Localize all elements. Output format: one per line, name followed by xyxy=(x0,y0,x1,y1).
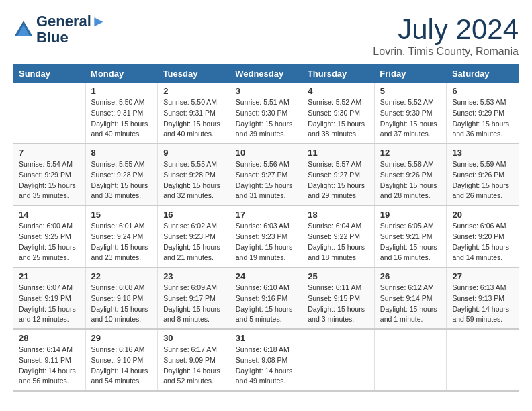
calendar-cell: 31Sunrise: 6:18 AMSunset: 9:08 PMDayligh… xyxy=(230,329,302,391)
calendar-cell: 25Sunrise: 6:11 AMSunset: 9:15 PMDayligh… xyxy=(302,267,375,329)
day-number: 20 xyxy=(452,210,513,220)
day-number: 31 xyxy=(236,333,297,343)
calendar-cell: 3Sunrise: 5:51 AMSunset: 9:30 PMDaylight… xyxy=(230,83,302,144)
day-number: 13 xyxy=(452,148,513,158)
day-number: 15 xyxy=(91,210,152,220)
weekday-header-saturday: Saturday xyxy=(447,64,519,83)
weekday-header-sunday: Sunday xyxy=(13,64,85,83)
calendar-cell: 12Sunrise: 5:58 AMSunset: 9:26 PMDayligh… xyxy=(374,144,447,205)
calendar-cell: 18Sunrise: 6:04 AMSunset: 9:22 PMDayligh… xyxy=(302,205,375,267)
calendar-cell xyxy=(447,329,519,391)
calendar-cell: 24Sunrise: 6:10 AMSunset: 9:16 PMDayligh… xyxy=(230,267,302,329)
day-info: Sunrise: 6:04 AMSunset: 9:22 PMDaylight:… xyxy=(308,221,369,263)
calendar-cell: 28Sunrise: 6:14 AMSunset: 9:11 PMDayligh… xyxy=(13,329,85,391)
day-info: Sunrise: 5:59 AMSunset: 9:26 PMDaylight:… xyxy=(452,159,513,201)
calendar-cell: 30Sunrise: 6:17 AMSunset: 9:09 PMDayligh… xyxy=(158,329,230,391)
weekday-header-thursday: Thursday xyxy=(302,64,375,83)
calendar-cell: 6Sunrise: 5:53 AMSunset: 9:29 PMDaylight… xyxy=(447,83,519,144)
day-info: Sunrise: 6:13 AMSunset: 9:13 PMDaylight:… xyxy=(452,283,513,325)
day-number: 5 xyxy=(380,86,441,96)
day-number: 9 xyxy=(163,148,224,158)
day-info: Sunrise: 6:08 AMSunset: 9:18 PMDaylight:… xyxy=(91,283,152,325)
day-number: 16 xyxy=(163,210,224,220)
day-info: Sunrise: 6:10 AMSunset: 9:16 PMDaylight:… xyxy=(236,283,297,325)
calendar-cell: 26Sunrise: 6:12 AMSunset: 9:14 PMDayligh… xyxy=(374,267,447,329)
day-info: Sunrise: 5:51 AMSunset: 9:30 PMDaylight:… xyxy=(236,97,297,140)
day-number: 25 xyxy=(308,271,369,281)
calendar-cell: 14Sunrise: 6:00 AMSunset: 9:25 PMDayligh… xyxy=(13,205,85,267)
day-info: Sunrise: 5:53 AMSunset: 9:29 PMDaylight:… xyxy=(452,97,513,140)
calendar-table: SundayMondayTuesdayWednesdayThursdayFrid… xyxy=(13,64,519,392)
calendar-week-row: 7Sunrise: 5:54 AMSunset: 9:29 PMDaylight… xyxy=(13,144,519,205)
logo-text: General► Blue xyxy=(36,13,106,46)
day-info: Sunrise: 5:54 AMSunset: 9:29 PMDaylight:… xyxy=(19,159,80,201)
calendar-cell: 11Sunrise: 5:57 AMSunset: 9:27 PMDayligh… xyxy=(302,144,375,205)
day-info: Sunrise: 5:52 AMSunset: 9:30 PMDaylight:… xyxy=(380,97,441,140)
day-number: 17 xyxy=(236,210,297,220)
day-info: Sunrise: 5:56 AMSunset: 9:27 PMDaylight:… xyxy=(236,159,297,201)
calendar-week-row: 28Sunrise: 6:14 AMSunset: 9:11 PMDayligh… xyxy=(13,329,519,391)
calendar-cell: 4Sunrise: 5:52 AMSunset: 9:30 PMDaylight… xyxy=(302,83,375,144)
logo: General► Blue xyxy=(13,13,106,46)
calendar-cell: 15Sunrise: 6:01 AMSunset: 9:24 PMDayligh… xyxy=(85,205,158,267)
day-number: 30 xyxy=(163,333,224,343)
calendar-cell: 17Sunrise: 6:03 AMSunset: 9:23 PMDayligh… xyxy=(230,205,302,267)
calendar-cell: 20Sunrise: 6:06 AMSunset: 9:20 PMDayligh… xyxy=(447,205,519,267)
day-number: 29 xyxy=(91,333,152,343)
day-info: Sunrise: 6:03 AMSunset: 9:23 PMDaylight:… xyxy=(236,221,297,263)
location: Lovrin, Timis County, Romania xyxy=(373,46,519,58)
calendar-cell: 21Sunrise: 6:07 AMSunset: 9:19 PMDayligh… xyxy=(13,267,85,329)
day-info: Sunrise: 6:14 AMSunset: 9:11 PMDaylight:… xyxy=(19,345,80,387)
day-number: 14 xyxy=(19,210,80,220)
weekday-header-tuesday: Tuesday xyxy=(158,64,230,83)
day-number: 3 xyxy=(236,86,297,96)
day-number: 8 xyxy=(91,148,152,158)
day-number: 1 xyxy=(91,86,152,96)
calendar-cell: 23Sunrise: 6:09 AMSunset: 9:17 PMDayligh… xyxy=(158,267,230,329)
day-info: Sunrise: 5:50 AMSunset: 9:31 PMDaylight:… xyxy=(91,97,152,140)
calendar-cell: 22Sunrise: 6:08 AMSunset: 9:18 PMDayligh… xyxy=(85,267,158,329)
calendar-week-row: 14Sunrise: 6:00 AMSunset: 9:25 PMDayligh… xyxy=(13,205,519,267)
day-number: 26 xyxy=(380,271,441,281)
calendar-week-row: 21Sunrise: 6:07 AMSunset: 9:19 PMDayligh… xyxy=(13,267,519,329)
weekday-header-friday: Friday xyxy=(374,64,447,83)
calendar-cell xyxy=(374,329,447,391)
day-number: 2 xyxy=(163,86,224,96)
calendar-cell: 9Sunrise: 5:55 AMSunset: 9:28 PMDaylight… xyxy=(158,144,230,205)
day-info: Sunrise: 6:00 AMSunset: 9:25 PMDaylight:… xyxy=(19,221,80,263)
day-info: Sunrise: 6:12 AMSunset: 9:14 PMDaylight:… xyxy=(380,283,441,325)
day-number: 6 xyxy=(452,86,513,96)
day-number: 27 xyxy=(452,271,513,281)
page-header: General► Blue July 2024 Lovrin, Timis Co… xyxy=(13,13,519,58)
day-info: Sunrise: 5:55 AMSunset: 9:28 PMDaylight:… xyxy=(163,159,224,201)
day-info: Sunrise: 6:11 AMSunset: 9:15 PMDaylight:… xyxy=(308,283,369,325)
day-number: 22 xyxy=(91,271,152,281)
day-number: 18 xyxy=(308,210,369,220)
calendar-week-row: 1Sunrise: 5:50 AMSunset: 9:31 PMDaylight… xyxy=(13,83,519,144)
weekday-header-wednesday: Wednesday xyxy=(230,64,302,83)
calendar-cell: 19Sunrise: 6:05 AMSunset: 9:21 PMDayligh… xyxy=(374,205,447,267)
calendar-cell: 7Sunrise: 5:54 AMSunset: 9:29 PMDaylight… xyxy=(13,144,85,205)
day-number: 12 xyxy=(380,148,441,158)
day-number: 7 xyxy=(19,148,80,158)
calendar-cell: 1Sunrise: 5:50 AMSunset: 9:31 PMDaylight… xyxy=(85,83,158,144)
weekday-header-row: SundayMondayTuesdayWednesdayThursdayFrid… xyxy=(13,64,519,83)
day-info: Sunrise: 6:02 AMSunset: 9:23 PMDaylight:… xyxy=(163,221,224,263)
day-info: Sunrise: 5:52 AMSunset: 9:30 PMDaylight:… xyxy=(308,97,369,140)
day-number: 11 xyxy=(308,148,369,158)
day-info: Sunrise: 6:09 AMSunset: 9:17 PMDaylight:… xyxy=(163,283,224,325)
month-title: July 2024 xyxy=(373,13,519,46)
day-info: Sunrise: 6:06 AMSunset: 9:20 PMDaylight:… xyxy=(452,221,513,263)
day-number: 24 xyxy=(236,271,297,281)
day-info: Sunrise: 6:18 AMSunset: 9:08 PMDaylight:… xyxy=(236,345,297,387)
calendar-cell: 29Sunrise: 6:16 AMSunset: 9:10 PMDayligh… xyxy=(85,329,158,391)
logo-icon xyxy=(13,19,34,40)
title-section: July 2024 Lovrin, Timis County, Romania xyxy=(373,13,519,58)
day-info: Sunrise: 6:07 AMSunset: 9:19 PMDaylight:… xyxy=(19,283,80,325)
calendar-cell xyxy=(13,83,85,144)
day-number: 19 xyxy=(380,210,441,220)
day-info: Sunrise: 6:01 AMSunset: 9:24 PMDaylight:… xyxy=(91,221,152,263)
weekday-header-monday: Monday xyxy=(85,64,158,83)
day-number: 4 xyxy=(308,86,369,96)
calendar-cell: 10Sunrise: 5:56 AMSunset: 9:27 PMDayligh… xyxy=(230,144,302,205)
